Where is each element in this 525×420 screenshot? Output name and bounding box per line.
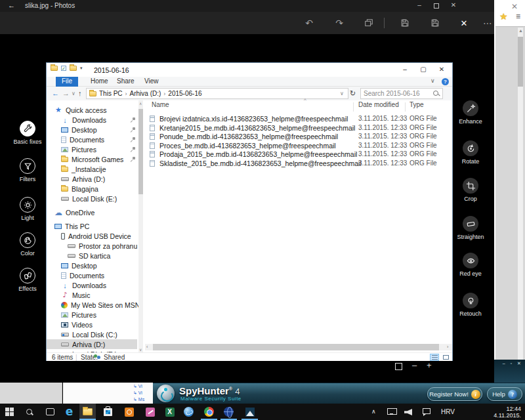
help-button[interactable]: Help ? <box>487 387 522 401</box>
thumbnail-view-button[interactable] <box>441 354 450 361</box>
fit-to-window-icon[interactable] <box>395 363 402 370</box>
column-header-type[interactable]: Type <box>410 101 424 108</box>
photos-maximize-button[interactable] <box>434 3 439 9</box>
tab-home[interactable]: Home <box>85 77 114 87</box>
table-row[interactable]: Kretanje2015_be.mdb.id-4136823653_helpme… <box>145 124 452 133</box>
sidebar-item-pictures[interactable]: Pictures <box>47 144 137 154</box>
sidebar-item-downloads[interactable]: ↓Downloads <box>47 115 137 125</box>
tab-share[interactable]: Share <box>111 77 140 87</box>
sidebar-item-arhiva-d-[interactable]: Arhiva (D:) <box>47 339 137 349</box>
photos-minimize-button[interactable]: – <box>413 1 425 9</box>
photos-app-button[interactable] <box>242 404 258 420</box>
rotate-button[interactable] <box>463 140 478 156</box>
sidebar-item-quick-access[interactable]: ★Quick access <box>47 105 137 115</box>
spyhunter-window-controls[interactable]: – ▫ ✕ <box>503 361 523 366</box>
browser-menu-icon[interactable]: ≡ <box>516 12 520 21</box>
sidebar-item-desktop[interactable]: Desktop <box>47 125 137 135</box>
sidebar-item-desktop[interactable]: Desktop <box>47 261 137 270</box>
sidebar-item-local-disk-e-[interactable]: Local Disk (E:) <box>47 194 137 203</box>
filters-button[interactable] <box>20 158 35 174</box>
sidebar-item-this-pc[interactable]: This PC <box>47 221 137 231</box>
table-row[interactable]: Skladiste_2015_be.mdb.id-4136823653_help… <box>145 159 452 169</box>
straighten-button[interactable] <box>463 216 478 232</box>
task-view-button[interactable] <box>42 404 58 420</box>
help-icon[interactable]: ? <box>442 78 449 85</box>
excel-button[interactable]: X <box>161 404 178 420</box>
basic-fixes-button[interactable] <box>20 121 35 136</box>
action-center-icon[interactable] <box>423 408 430 414</box>
browser-scrollbar-up-icon[interactable]: ▲ <box>518 28 523 33</box>
tray-expand-icon[interactable]: ∧ <box>371 408 376 415</box>
breadcrumb-segment[interactable]: 2015-06-16 <box>168 90 201 97</box>
qat-dropdown-icon[interactable]: ▾ <box>80 66 83 71</box>
zoom-out-icon[interactable]: – <box>412 360 417 370</box>
search-button[interactable] <box>21 404 37 420</box>
hscrollbar-thumb[interactable] <box>153 344 439 350</box>
browser-scrollbar-thumb[interactable] <box>518 37 523 87</box>
sidebar-item-documents[interactable]: Documents <box>47 135 137 144</box>
column-header-name[interactable]: Name <box>152 101 169 108</box>
ribbon-collapse-icon[interactable]: ∨ <box>430 77 435 84</box>
effects-button[interactable] <box>20 268 35 284</box>
sidebar-item-blagajna[interactable]: Blagajna <box>47 184 137 194</box>
nav-scroll-up-icon[interactable]: ∧ <box>139 101 142 106</box>
breadcrumb-segment[interactable]: This PC <box>99 90 123 97</box>
globe-app-button[interactable] <box>220 404 237 420</box>
column-separator[interactable] <box>353 102 354 112</box>
more-icon[interactable]: ⋯ <box>482 17 494 29</box>
details-view-button[interactable] <box>430 354 439 361</box>
zoom-in-icon[interactable]: + <box>427 360 432 370</box>
color-button[interactable] <box>20 232 35 248</box>
sidebar-item--instalacije[interactable]: _Instalacije <box>47 164 137 174</box>
sidebar-item-music[interactable]: ♪Music <box>47 290 137 300</box>
nav-back-icon[interactable]: ← <box>52 89 59 97</box>
light-button[interactable] <box>20 197 35 213</box>
background-page-link[interactable]: ↳ Ms <box>133 396 153 403</box>
table-row[interactable]: Proces_be.mdb.id-4136823653_helpme@frees… <box>145 142 452 151</box>
undo-icon[interactable]: ↶ <box>303 17 315 29</box>
volume-icon[interactable] <box>404 409 412 415</box>
save-icon[interactable] <box>429 17 441 29</box>
enhance-button[interactable] <box>463 100 478 116</box>
qat-folder-icon[interactable] <box>70 66 77 71</box>
explorer-maximize-button[interactable]: ▢ <box>416 66 430 73</box>
sidebar-item-downloads[interactable]: ↓Downloads <box>47 280 137 290</box>
network-icon[interactable] <box>387 408 396 415</box>
red-eye-button[interactable] <box>463 253 478 268</box>
register-now-button[interactable]: Register Now! i <box>427 387 482 401</box>
cancel-icon[interactable]: ✕ <box>458 17 470 29</box>
edge-button[interactable]: e <box>61 404 77 420</box>
sidebar-item-onedrive[interactable]: ☁OneDrive <box>47 207 137 217</box>
store-button[interactable] <box>100 404 116 420</box>
nav-scrollbar-thumb[interactable] <box>138 109 143 194</box>
bookmark-star-icon[interactable]: ★ <box>499 11 508 22</box>
nav-up-icon[interactable]: ↑ <box>78 89 82 97</box>
search-icon[interactable] <box>433 91 440 97</box>
sidebar-item-videos[interactable]: Videos <box>47 320 137 329</box>
back-arrow-icon[interactable]: ← <box>8 1 15 9</box>
hscroll-right-icon[interactable]: › <box>447 345 448 349</box>
nav-forward-icon[interactable]: → <box>62 89 70 97</box>
column-header-date[interactable]: Date modified <box>358 101 399 108</box>
hscroll-left-icon[interactable]: ‹ <box>146 345 148 349</box>
explorer-minimize-button[interactable]: – <box>398 66 412 73</box>
save-copy-icon[interactable] <box>399 17 411 29</box>
sidebar-item-documents[interactable]: Documents <box>47 270 137 280</box>
sidebar-item-local-disk-c-[interactable]: Local Disk (C:) <box>47 329 137 339</box>
table-row[interactable]: Prodaja_2015_be.mdb.id-4136823653_helpme… <box>145 150 452 159</box>
explorer-close-button[interactable]: ✕ <box>434 66 449 73</box>
start-button[interactable] <box>1 404 18 420</box>
tab-view[interactable]: View <box>138 77 165 87</box>
qat-check-icon[interactable]: ✓ <box>61 66 66 71</box>
language-indicator[interactable]: HRV <box>441 408 455 415</box>
column-separator[interactable] <box>405 102 406 112</box>
tab-file[interactable]: File <box>56 77 78 87</box>
sidebar-item-prostor-za-pohranu-telefona[interactable]: Prostor za pohranu telefona <box>47 241 137 251</box>
compare-icon[interactable] <box>363 17 375 29</box>
nav-recent-icon[interactable]: ∨ <box>72 91 75 96</box>
address-dropdown-icon[interactable]: ∨ <box>340 91 344 96</box>
sidebar-item-my-web-sites-on-msn[interactable]: My Web Sites on MSN <box>47 300 137 310</box>
crop-button[interactable] <box>463 178 478 194</box>
sidebar-item-pictures[interactable]: Pictures <box>47 310 137 320</box>
sidebar-item-microsoft-games[interactable]: Microsoft Games <box>47 154 137 164</box>
